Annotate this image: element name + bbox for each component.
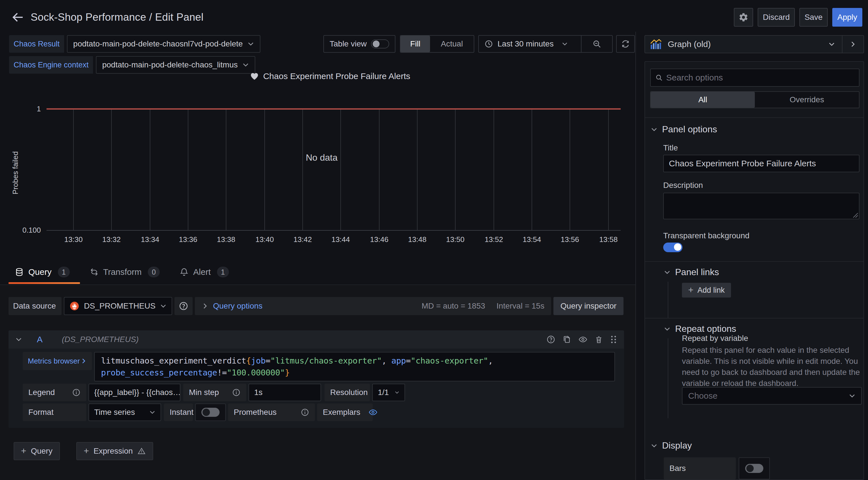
- button-label: Expression: [94, 447, 133, 456]
- fill-option[interactable]: Fill: [401, 36, 430, 52]
- resolution-select[interactable]: 1/1: [372, 384, 405, 401]
- query-options-link[interactable]: Query options: [213, 302, 262, 311]
- chevron-right-icon: [202, 303, 209, 309]
- x-tick-label: 13:42: [284, 235, 322, 244]
- format-label: Format: [23, 404, 86, 421]
- chevron-down-icon: [242, 62, 249, 68]
- section-display[interactable]: Display: [651, 440, 692, 451]
- instant-toggle[interactable]: [202, 408, 220, 417]
- label-text: Prometheus: [234, 408, 277, 417]
- variable-value-dropdown[interactable]: podtato-main-pod-delete-chaosnl7vd-pod-d…: [67, 35, 260, 53]
- eye-icon[interactable]: [578, 335, 588, 344]
- gridline: [150, 109, 150, 231]
- collapse-options-button[interactable]: [842, 36, 864, 53]
- metrics-browser-button[interactable]: Metrics browser: [23, 352, 92, 370]
- gridline: [111, 109, 112, 231]
- add-expression-button[interactable]: + Expression: [76, 442, 153, 460]
- label-text: Format: [28, 408, 54, 417]
- alert-heart-icon: [250, 72, 259, 80]
- bars-option-row: Bars: [664, 457, 770, 479]
- x-axis-line: [46, 230, 621, 231]
- search-icon: [655, 74, 663, 81]
- refresh-button[interactable]: [616, 35, 635, 53]
- save-button[interactable]: Save: [799, 8, 828, 27]
- transform-icon: [90, 268, 99, 277]
- query-row-header[interactable]: A (DS_PROMETHEUS): [8, 331, 624, 348]
- add-query-button[interactable]: + Query: [13, 442, 60, 460]
- query-inspector-button[interactable]: Query inspector: [553, 297, 623, 315]
- chevron-down-icon: [651, 442, 657, 449]
- eye-icon: [368, 408, 378, 417]
- section-panel-options[interactable]: Panel options: [651, 124, 717, 135]
- chart-plot-area[interactable]: [46, 109, 621, 231]
- discard-button[interactable]: Discard: [758, 8, 795, 27]
- code-token: "chaos-exporter": [411, 356, 488, 366]
- query-row-a: A (DS_PROMETHEUS) Metrics browser: [8, 331, 624, 428]
- label-text: Legend: [28, 388, 55, 397]
- gridline: [379, 109, 379, 231]
- info-circle-icon: [232, 388, 241, 397]
- table-view-toggle[interactable]: [371, 39, 389, 48]
- tab-transform[interactable]: Transform 0: [89, 260, 160, 284]
- apply-button[interactable]: Apply: [832, 8, 862, 27]
- options-search[interactable]: [650, 69, 860, 87]
- actual-option[interactable]: Actual: [430, 36, 474, 52]
- filter-all[interactable]: All: [651, 92, 755, 108]
- options-search-input[interactable]: [666, 73, 855, 82]
- drag-handle-icon[interactable]: [610, 335, 617, 344]
- panel-title-input[interactable]: [663, 155, 860, 172]
- help-circle-icon: [179, 301, 188, 311]
- chevron-down-icon: [849, 392, 856, 399]
- section-panel-links[interactable]: Panel links: [664, 267, 719, 277]
- tab-alert[interactable]: Alert 1: [179, 260, 229, 284]
- y-axis-label: Probes failed: [11, 151, 20, 194]
- x-tick-label: 13:34: [131, 235, 169, 244]
- tab-query[interactable]: Query 1: [14, 260, 70, 284]
- datasource-picker[interactable]: DS_PROMETHEUS: [64, 297, 172, 315]
- data-pane-tabs: Query 1 Transform 0 Alert 1: [0, 260, 636, 284]
- promql-editor[interactable]: litmuschaos_experiment_verdict{job="litm…: [94, 352, 615, 381]
- panel-settings-button[interactable]: [734, 8, 753, 27]
- x-tick-label: 13:30: [55, 235, 92, 244]
- format-select[interactable]: Time series: [89, 404, 161, 421]
- datasource-help-button[interactable]: [175, 297, 193, 315]
- label-text: Resolution: [330, 388, 368, 397]
- resize-grip-icon: [853, 212, 858, 218]
- label-text: Instant: [169, 408, 193, 417]
- x-tick-label: 13:48: [398, 235, 436, 244]
- time-range-button[interactable]: Last 30 minutes: [479, 36, 581, 52]
- trash-icon[interactable]: [594, 335, 603, 344]
- options-pane: Graph (old) All Overrides Panel options …: [636, 32, 868, 480]
- variable-value-dropdown[interactable]: podtato-main-pod-delete-chaos_litmus: [96, 56, 255, 74]
- section-title: Display: [662, 440, 692, 451]
- section-repeat-options[interactable]: Repeat options: [664, 323, 736, 334]
- chevron-down-icon: [247, 40, 254, 47]
- legend-format-input[interactable]: {{app_label}} - {{chaos…: [89, 384, 180, 401]
- bars-toggle[interactable]: [745, 464, 763, 473]
- min-step-input[interactable]: 1s: [248, 384, 321, 401]
- visualization-picker[interactable]: Graph (old): [645, 35, 864, 53]
- description-textarea[interactable]: [663, 193, 860, 219]
- panel-title-text: Chaos Experiment Probe Failure Alerts: [263, 71, 410, 81]
- code-token: {: [246, 356, 251, 366]
- code-token: "100.000000": [227, 368, 285, 377]
- zoom-out-button[interactable]: [581, 36, 612, 52]
- exemplars-toggle[interactable]: [360, 408, 378, 417]
- help-circle-icon[interactable]: [546, 335, 555, 344]
- x-tick-label: 13:52: [475, 235, 513, 244]
- add-link-button[interactable]: + Add link: [682, 283, 731, 298]
- grafana-edit-panel: Sock-Shop Performance / Edit Panel Disca…: [0, 0, 868, 480]
- button-label: Query: [31, 447, 53, 456]
- instant-toggle-cell: [195, 404, 226, 421]
- query-row-body: Metrics browser litmuschaos_experiment_v…: [8, 348, 624, 428]
- label-text: Min step: [189, 388, 219, 397]
- no-data-text: No data: [306, 152, 338, 163]
- transparent-bg-toggle[interactable]: [663, 243, 682, 252]
- code-token: ,: [488, 356, 493, 366]
- repeat-variable-select[interactable]: Choose: [682, 387, 862, 405]
- x-tick-label: 13:44: [322, 235, 360, 244]
- query-ref-id: A: [37, 335, 42, 344]
- duplicate-icon[interactable]: [562, 335, 571, 344]
- filter-overrides[interactable]: Overrides: [755, 92, 859, 108]
- series-line: [46, 108, 621, 110]
